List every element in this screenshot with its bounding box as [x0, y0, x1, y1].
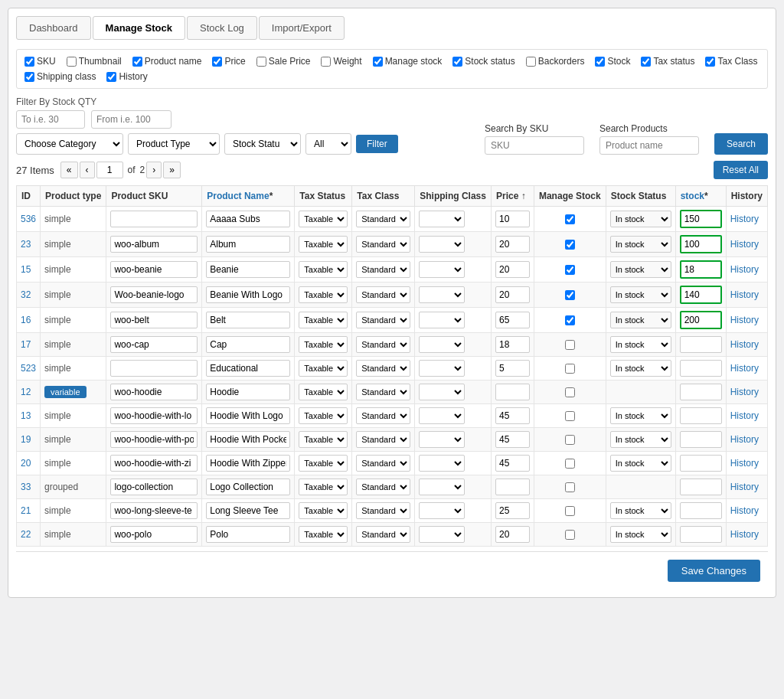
stock-status-select[interactable]: In stock	[610, 360, 671, 377]
tax-class-select[interactable]: Standard	[356, 236, 410, 253]
name-input[interactable]	[206, 236, 290, 253]
sku-input[interactable]	[110, 502, 198, 519]
id-link[interactable]: 23	[21, 239, 31, 250]
manage-stock-checkbox[interactable]	[565, 364, 575, 374]
name-input[interactable]	[206, 431, 290, 448]
save-changes-button[interactable]: Save Changes	[668, 560, 760, 582]
name-input[interactable]	[206, 407, 290, 424]
stock-status-select[interactable]: In stock	[610, 211, 671, 227]
price-input[interactable]	[495, 336, 530, 353]
sku-input[interactable]	[110, 479, 198, 495]
manage-stock-checkbox[interactable]	[565, 411, 575, 421]
manage-stock-checkbox[interactable]	[565, 290, 575, 300]
tax-class-select[interactable]: Standard	[356, 336, 410, 353]
manage-stock-checkbox[interactable]	[565, 506, 575, 516]
page-prev-btn[interactable]: ‹	[80, 162, 95, 178]
tax-status-select[interactable]: Taxable	[299, 286, 348, 303]
stock-status-select[interactable]: In stock	[610, 312, 671, 328]
manage-stock-checkbox[interactable]	[565, 435, 575, 445]
col-check-stock-status[interactable]: Stock status	[452, 56, 514, 67]
name-input[interactable]	[206, 455, 290, 472]
sku-input[interactable]	[110, 336, 198, 353]
history-link[interactable]: History	[730, 315, 759, 325]
page-next-btn[interactable]: ›	[146, 162, 162, 178]
col-check-tax-status[interactable]: Tax status	[641, 56, 694, 67]
name-input[interactable]	[206, 286, 290, 303]
col-check-history[interactable]: History	[106, 71, 147, 82]
sku-input[interactable]	[110, 431, 198, 448]
col-check-tax-class[interactable]: Tax Class	[705, 56, 757, 67]
tax-class-select[interactable]: Standard	[356, 479, 410, 495]
tax-class-select[interactable]: Standard	[356, 526, 410, 543]
col-check-stock[interactable]: Stock	[595, 56, 630, 67]
id-link[interactable]: 32	[21, 289, 31, 300]
name-input[interactable]	[206, 502, 290, 519]
tax-class-select[interactable]: Standard	[356, 384, 410, 400]
search-button[interactable]: Search	[714, 133, 768, 155]
stock-input[interactable]	[680, 286, 722, 304]
stock-status-select[interactable]: In stock	[610, 526, 671, 543]
price-input[interactable]	[495, 236, 530, 253]
price-input[interactable]	[495, 211, 530, 227]
shipping-class-select[interactable]	[419, 384, 465, 400]
tax-status-select[interactable]: Taxable	[299, 312, 348, 328]
stock-status-select[interactable]: In stock	[610, 336, 671, 353]
price-input[interactable]	[495, 261, 530, 278]
tab-dashboard[interactable]: Dashboard	[16, 16, 91, 40]
col-check-thumbnail[interactable]: Thumbnail	[67, 56, 122, 67]
history-link[interactable]: History	[730, 529, 759, 540]
sku-input[interactable]	[110, 455, 198, 472]
stock-input[interactable]	[680, 336, 722, 353]
id-link[interactable]: 17	[21, 339, 31, 350]
tax-status-select[interactable]: Taxable	[299, 431, 348, 448]
tax-class-select[interactable]: Standard	[356, 431, 410, 448]
name-input[interactable]	[206, 312, 290, 328]
stock-status-select[interactable]: In stock	[610, 502, 671, 519]
tax-status-select[interactable]: Taxable	[299, 236, 348, 253]
id-link[interactable]: 15	[21, 264, 31, 275]
sku-input[interactable]	[110, 526, 198, 543]
history-link[interactable]: History	[730, 458, 759, 469]
manage-stock-checkbox[interactable]	[565, 530, 575, 540]
filter-to-input[interactable]	[91, 110, 172, 129]
tax-status-select[interactable]: Taxable	[299, 384, 348, 400]
stock-input[interactable]	[680, 384, 722, 400]
id-link[interactable]: 19	[21, 434, 31, 445]
shipping-class-select[interactable]	[419, 236, 465, 253]
col-check-sale-price[interactable]: Sale Price	[256, 56, 311, 67]
history-link[interactable]: History	[730, 264, 759, 275]
price-input[interactable]	[495, 384, 530, 400]
tab-import-export[interactable]: Import/Export	[259, 16, 345, 40]
id-link[interactable]: 13	[21, 410, 31, 421]
history-link[interactable]: History	[730, 482, 759, 492]
history-link[interactable]: History	[730, 363, 759, 374]
history-link[interactable]: History	[730, 387, 759, 397]
price-input[interactable]	[495, 479, 530, 495]
id-link[interactable]: 12	[21, 387, 31, 397]
stock-status-select[interactable]: In stock	[610, 407, 671, 424]
tax-class-select[interactable]: Standard	[356, 286, 410, 303]
filter-button[interactable]: Filter	[356, 135, 398, 153]
name-input[interactable]	[206, 261, 290, 278]
name-input[interactable]	[206, 526, 290, 543]
price-input[interactable]	[495, 407, 530, 424]
tax-status-select[interactable]: Taxable	[299, 526, 348, 543]
name-input[interactable]	[206, 479, 290, 495]
sort-product-name-link[interactable]: Product Name	[207, 191, 269, 201]
tax-status-select[interactable]: Taxable	[299, 502, 348, 519]
shipping-class-select[interactable]	[419, 286, 465, 303]
manage-stock-checkbox[interactable]	[565, 459, 575, 469]
history-link[interactable]: History	[730, 289, 759, 300]
reset-all-button[interactable]: Reset All	[714, 161, 768, 179]
all-select[interactable]: All	[305, 133, 351, 155]
stock-status-select[interactable]: In stock	[610, 286, 671, 303]
product-search-input[interactable]	[599, 136, 699, 155]
shipping-class-select[interactable]	[419, 431, 465, 448]
page-input[interactable]	[96, 162, 123, 178]
page-last-btn[interactable]: »	[163, 162, 181, 178]
category-select[interactable]: Choose Category	[16, 133, 123, 155]
history-link[interactable]: History	[730, 505, 759, 516]
manage-stock-checkbox[interactable]	[565, 265, 575, 275]
price-input[interactable]	[495, 312, 530, 328]
sku-search-input[interactable]	[485, 136, 584, 155]
